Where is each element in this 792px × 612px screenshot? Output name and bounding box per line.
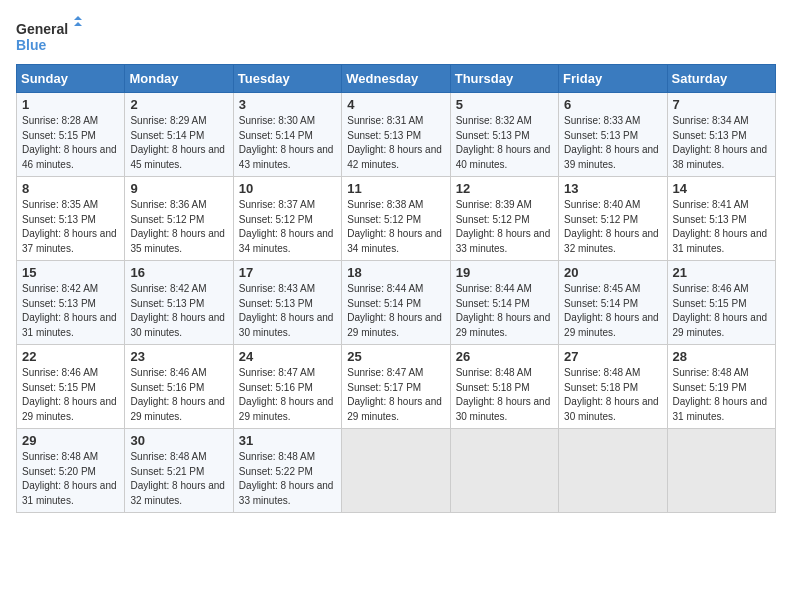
- svg-marker-2: [74, 16, 82, 20]
- svg-text:Blue: Blue: [16, 37, 47, 53]
- weekday-header-wednesday: Wednesday: [342, 65, 450, 93]
- weekday-header-monday: Monday: [125, 65, 233, 93]
- calendar-week-4: 22Sunrise: 8:46 AMSunset: 5:15 PMDayligh…: [17, 345, 776, 429]
- table-row: [559, 429, 667, 513]
- weekday-header-friday: Friday: [559, 65, 667, 93]
- table-row: 1Sunrise: 8:28 AMSunset: 5:15 PMDaylight…: [17, 93, 125, 177]
- svg-marker-3: [74, 22, 82, 26]
- table-row: 5Sunrise: 8:32 AMSunset: 5:13 PMDaylight…: [450, 93, 558, 177]
- table-row: 4Sunrise: 8:31 AMSunset: 5:13 PMDaylight…: [342, 93, 450, 177]
- weekday-header-saturday: Saturday: [667, 65, 775, 93]
- weekday-header-row: SundayMondayTuesdayWednesdayThursdayFrid…: [17, 65, 776, 93]
- table-row: 28Sunrise: 8:48 AMSunset: 5:19 PMDayligh…: [667, 345, 775, 429]
- calendar-week-5: 29Sunrise: 8:48 AMSunset: 5:20 PMDayligh…: [17, 429, 776, 513]
- table-row: 27Sunrise: 8:48 AMSunset: 5:18 PMDayligh…: [559, 345, 667, 429]
- table-row: 3Sunrise: 8:30 AMSunset: 5:14 PMDaylight…: [233, 93, 341, 177]
- table-row: 31Sunrise: 8:48 AMSunset: 5:22 PMDayligh…: [233, 429, 341, 513]
- table-row: 19Sunrise: 8:44 AMSunset: 5:14 PMDayligh…: [450, 261, 558, 345]
- table-row: 24Sunrise: 8:47 AMSunset: 5:16 PMDayligh…: [233, 345, 341, 429]
- svg-text:General: General: [16, 21, 68, 37]
- weekday-header-thursday: Thursday: [450, 65, 558, 93]
- calendar-week-2: 8Sunrise: 8:35 AMSunset: 5:13 PMDaylight…: [17, 177, 776, 261]
- table-row: 22Sunrise: 8:46 AMSunset: 5:15 PMDayligh…: [17, 345, 125, 429]
- table-row: [667, 429, 775, 513]
- table-row: [342, 429, 450, 513]
- table-row: 30Sunrise: 8:48 AMSunset: 5:21 PMDayligh…: [125, 429, 233, 513]
- logo-svg: General Blue: [16, 16, 86, 56]
- table-row: 2Sunrise: 8:29 AMSunset: 5:14 PMDaylight…: [125, 93, 233, 177]
- table-row: [450, 429, 558, 513]
- table-row: 16Sunrise: 8:42 AMSunset: 5:13 PMDayligh…: [125, 261, 233, 345]
- table-row: 8Sunrise: 8:35 AMSunset: 5:13 PMDaylight…: [17, 177, 125, 261]
- weekday-header-sunday: Sunday: [17, 65, 125, 93]
- table-row: 14Sunrise: 8:41 AMSunset: 5:13 PMDayligh…: [667, 177, 775, 261]
- page-header: General Blue: [16, 16, 776, 56]
- table-row: 11Sunrise: 8:38 AMSunset: 5:12 PMDayligh…: [342, 177, 450, 261]
- table-row: 13Sunrise: 8:40 AMSunset: 5:12 PMDayligh…: [559, 177, 667, 261]
- table-row: 21Sunrise: 8:46 AMSunset: 5:15 PMDayligh…: [667, 261, 775, 345]
- weekday-header-tuesday: Tuesday: [233, 65, 341, 93]
- calendar-body: 1Sunrise: 8:28 AMSunset: 5:15 PMDaylight…: [17, 93, 776, 513]
- calendar-table: SundayMondayTuesdayWednesdayThursdayFrid…: [16, 64, 776, 513]
- table-row: 15Sunrise: 8:42 AMSunset: 5:13 PMDayligh…: [17, 261, 125, 345]
- table-row: 26Sunrise: 8:48 AMSunset: 5:18 PMDayligh…: [450, 345, 558, 429]
- table-row: 10Sunrise: 8:37 AMSunset: 5:12 PMDayligh…: [233, 177, 341, 261]
- table-row: 7Sunrise: 8:34 AMSunset: 5:13 PMDaylight…: [667, 93, 775, 177]
- table-row: 23Sunrise: 8:46 AMSunset: 5:16 PMDayligh…: [125, 345, 233, 429]
- table-row: 17Sunrise: 8:43 AMSunset: 5:13 PMDayligh…: [233, 261, 341, 345]
- table-row: 12Sunrise: 8:39 AMSunset: 5:12 PMDayligh…: [450, 177, 558, 261]
- table-row: 20Sunrise: 8:45 AMSunset: 5:14 PMDayligh…: [559, 261, 667, 345]
- logo: General Blue: [16, 16, 86, 56]
- calendar-week-1: 1Sunrise: 8:28 AMSunset: 5:15 PMDaylight…: [17, 93, 776, 177]
- calendar-week-3: 15Sunrise: 8:42 AMSunset: 5:13 PMDayligh…: [17, 261, 776, 345]
- table-row: 25Sunrise: 8:47 AMSunset: 5:17 PMDayligh…: [342, 345, 450, 429]
- table-row: 9Sunrise: 8:36 AMSunset: 5:12 PMDaylight…: [125, 177, 233, 261]
- table-row: 18Sunrise: 8:44 AMSunset: 5:14 PMDayligh…: [342, 261, 450, 345]
- table-row: 6Sunrise: 8:33 AMSunset: 5:13 PMDaylight…: [559, 93, 667, 177]
- table-row: 29Sunrise: 8:48 AMSunset: 5:20 PMDayligh…: [17, 429, 125, 513]
